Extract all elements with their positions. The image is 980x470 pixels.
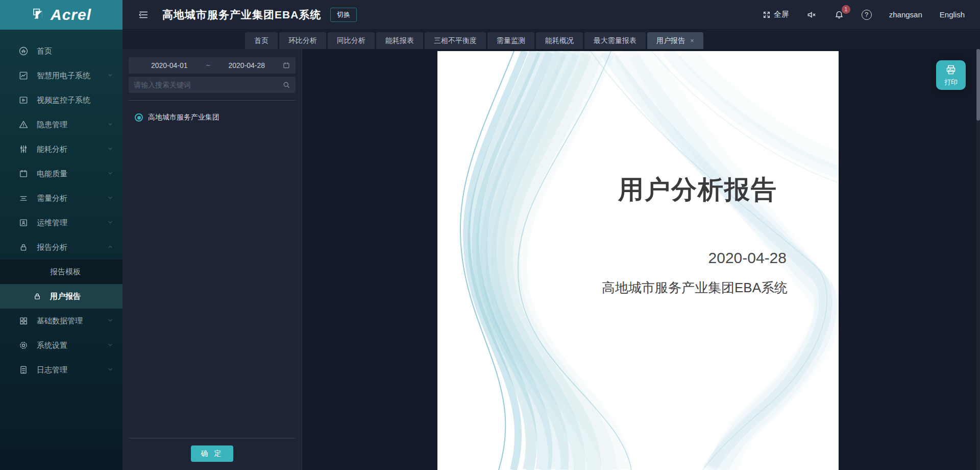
notifications-button[interactable]: 1 [834,10,844,20]
sidebar-item-demand-analysis[interactable]: 需量分析 [0,186,122,210]
confirm-button[interactable]: 确 定 [191,445,234,462]
filter-panel: 2020-04-01 ~ 2020-04-28 高地城市服务产业集团 确 定 [122,49,302,470]
gear-icon [18,340,29,350]
sidebar-item-smart-power[interactable]: 智慧用电子系统 [0,63,122,88]
radio-selected-icon[interactable] [135,113,143,122]
sidebar-item-basic-data[interactable]: 基础数据管理 [0,309,122,333]
sidebar-item-label: 视频监控子系统 [37,96,90,105]
lock-icon [33,292,42,301]
logo: Acrel [0,0,122,30]
tab-user-report[interactable]: 用户报告 × [647,32,703,49]
chevron-down-icon [107,146,113,152]
sidebar-item-report-analysis[interactable]: 报告分析 [0,235,122,260]
tab-energy-report[interactable]: 能耗报表 [376,32,423,49]
scrollbar-thumb[interactable] [976,49,980,121]
scrollbar[interactable] [976,49,980,470]
sidebar-item-hazard[interactable]: 隐患管理 [0,112,122,137]
tab-phase-imbalance[interactable]: 三相不平衡度 [425,32,486,49]
fullscreen-icon [763,11,771,19]
tab-home[interactable]: 首页 [245,32,278,49]
print-button[interactable]: 打印 [936,60,966,90]
username[interactable]: zhangsan [889,10,922,19]
lock-icon [18,242,29,252]
notification-badge: 1 [842,5,850,14]
sidebar-item-energy-analysis[interactable]: 能耗分析 [0,137,122,161]
fullscreen-label: 全屏 [774,10,789,19]
tab-close-icon[interactable]: × [690,37,694,44]
mute-button[interactable] [806,10,817,20]
search-box [129,77,296,93]
tab-bar: 首页 环比分析 同比分析 能耗报表 三相不平衡度 需量监测 能耗概况 最大需量报… [122,30,980,49]
log-icon [18,365,29,375]
chevron-down-icon [107,195,113,201]
sidebar-item-label: 日志管理 [37,365,67,375]
report-title: 用户分析报告 [618,173,777,207]
chevron-down-icon [107,317,113,323]
sidebar-item-label: 首页 [37,46,52,56]
date-separator: ~ [205,61,211,69]
tab-energy-overview[interactable]: 能耗概况 [536,32,583,49]
calendar-icon [18,169,29,179]
page-title: 高地城市服务产业集团EBA系统 [162,8,321,22]
switch-button[interactable]: 切换 [330,8,357,22]
sidebar-item-video[interactable]: 视频监控子系统 [0,88,122,112]
search-input[interactable] [134,81,282,89]
collapse-menu-icon[interactable] [138,9,149,20]
tab-yoy-analysis[interactable]: 同比分析 [328,32,375,49]
report-page: 用户分析报告 2020-04-28 高地城市服务产业集团EBA系统 [437,51,839,470]
help-button[interactable]: ? [862,10,872,20]
date-range-picker[interactable]: 2020-04-01 ~ 2020-04-28 [129,57,296,74]
speaker-muted-icon [806,10,817,20]
chevron-down-icon [107,342,113,348]
chart-icon [18,70,29,81]
calendar-icon [282,61,290,69]
printer-icon [945,64,957,76]
search-icon[interactable] [282,81,290,89]
date-end[interactable]: 2020-04-28 [211,61,282,69]
sidebar-item-ops-management[interactable]: 运维管理 [0,210,122,235]
panel-footer: 确 定 [129,438,296,470]
operator-icon [18,218,29,228]
sidebar-item-label: 隐患管理 [37,120,67,130]
sidebar-item-user-report[interactable]: 用户报告 [0,284,122,309]
sidebar-item-label: 用户报告 [50,292,81,301]
sidebar-item-label: 能耗分析 [37,145,67,154]
sidebar-item-report-template[interactable]: 报告模板 [0,260,122,284]
chevron-down-icon [107,219,113,225]
sidebar-item-settings[interactable]: 系统设置 [0,333,122,358]
grid-icon [18,316,29,326]
sidebar-item-power-quality[interactable]: 电能质量 [0,161,122,186]
help-icon: ? [862,10,872,20]
chevron-up-icon [107,244,113,250]
sidebar-menu: 首页 智慧用电子系统 视频监控子系统 隐患管理 能耗 [0,30,122,470]
panel-divider [129,100,296,101]
sidebar-item-label: 运维管理 [37,218,67,228]
sidebar-item-label: 报告模板 [50,267,81,277]
tab-demand-monitor[interactable]: 需量监测 [487,32,534,49]
sidebar: Acrel 首页 智慧用电子系统 视频监控子系统 隐患管理 [0,0,122,470]
chevron-down-icon [107,170,113,176]
sidebar-item-label: 需量分析 [37,194,67,203]
chevron-down-icon [107,121,113,127]
fullscreen-button[interactable]: 全屏 [763,10,789,19]
report-content: 用户分析报告 2020-04-28 高地城市服务产业集团EBA系统 打印 [302,49,980,470]
language-toggle[interactable]: English [940,10,965,19]
sidebar-item-label: 电能质量 [37,169,67,179]
home-icon [18,46,29,56]
logo-text: Acrel [51,6,91,24]
tab-max-demand-report[interactable]: 最大需量报表 [584,32,646,49]
date-start[interactable]: 2020-04-01 [134,61,205,69]
sidebar-item-label: 系统设置 [37,341,67,350]
report-date: 2020-04-28 [708,249,787,267]
video-icon [18,95,29,105]
print-label: 打印 [944,78,958,87]
tab-mom-analysis[interactable]: 环比分析 [279,32,326,49]
org-radio-option[interactable]: 高地城市服务产业集团 [129,113,296,122]
top-header: 高地城市服务产业集团EBA系统 切换 全屏 1 ? [122,0,980,30]
sliders-icon [18,144,29,154]
radio-label: 高地城市服务产业集团 [148,113,219,122]
sidebar-item-log-management[interactable]: 日志管理 [0,358,122,382]
sidebar-item-home[interactable]: 首页 [0,39,122,63]
sidebar-item-label: 报告分析 [37,243,67,252]
chevron-down-icon [107,72,113,78]
